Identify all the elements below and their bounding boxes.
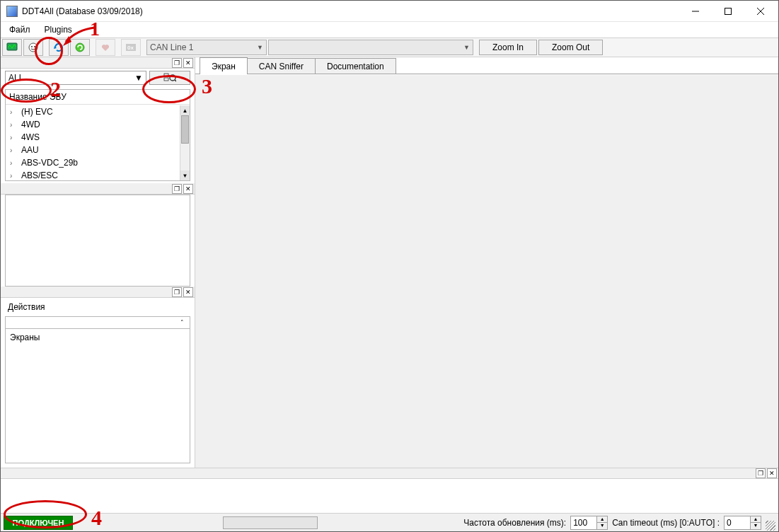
spin-up-icon[interactable]: ▲: [597, 516, 607, 523]
ecu-tree[interactable]: ›(H) EVC ›4WD ›4WS ›AAU ›ABS-VDC_29b ›AB…: [6, 105, 180, 180]
tab-sniffer[interactable]: CAN Sniffer: [247, 58, 316, 74]
svg-point-6: [31, 46, 33, 47]
svg-point-9: [76, 43, 84, 52]
can-line-value: CAN Line 1: [150, 42, 193, 52]
scrollbar[interactable]: ▲ ▼: [180, 105, 190, 180]
can-timeout-spinner[interactable]: ▲▼: [724, 516, 761, 530]
dropdown-arrow-icon: ▼: [463, 44, 470, 51]
zoom-out-button[interactable]: Zoom Out: [538, 40, 603, 55]
left-sidebar: ❐ ✕ ALL▼ Название ЭБУ ›(H) EVC ›4WD ›4WS…: [1, 57, 195, 468]
screens-label: Экраны: [10, 332, 40, 342]
menu-plugins[interactable]: Plugins: [39, 23, 78, 36]
spin-down-icon[interactable]: ▼: [751, 523, 761, 529]
workspace: ❐ ✕ ALL▼ Название ЭБУ ›(H) EVC ›4WD ›4WS…: [1, 57, 778, 468]
app-icon: [6, 6, 18, 17]
monitor-icon[interactable]: [2, 39, 22, 56]
progress-bar: [223, 516, 318, 529]
minimize-button[interactable]: [679, 1, 712, 22]
filter-row: ALL▼: [1, 69, 195, 87]
dock-close-icon[interactable]: ✕: [183, 287, 193, 297]
actions-panel: Действия ˄ Экраны: [1, 298, 195, 468]
chevron-right-icon: ›: [10, 159, 17, 167]
tree-item[interactable]: ›(H) EVC: [6, 105, 180, 118]
dock-close-icon[interactable]: ✕: [183, 184, 193, 194]
chevron-right-icon: ›: [10, 121, 17, 129]
tree-item[interactable]: ›ABS/ESC: [6, 169, 180, 180]
connect-icon[interactable]: [70, 39, 90, 56]
connected-button[interactable]: ПОДКЛЮЧЕН: [4, 516, 73, 530]
scan-button[interactable]: [149, 71, 190, 85]
secondary-select[interactable]: ▼: [268, 40, 473, 55]
svg-line-15: [175, 80, 176, 81]
actions-header: Действия: [1, 298, 195, 316]
bottom-dock-controls: ❐ ✕: [1, 468, 778, 479]
can-timeout-input[interactable]: [725, 518, 750, 528]
svg-text:0x: 0x: [127, 45, 134, 51]
spin-up-icon[interactable]: ▲: [751, 516, 761, 523]
dock-close-icon[interactable]: ✕: [767, 468, 777, 478]
hex-icon: 0x: [121, 39, 141, 56]
dropdown-arrow-icon: ▼: [134, 73, 143, 83]
scroll-down-icon[interactable]: ▼: [180, 170, 190, 180]
titlebar: DDT4All (Database 03/09/2018): [1, 1, 778, 22]
ecu-tree-header: Название ЭБУ: [6, 90, 190, 105]
chevron-right-icon: ›: [10, 146, 17, 154]
svg-point-14: [170, 75, 175, 81]
refresh-icon[interactable]: [49, 39, 69, 56]
detail-panel: [5, 195, 190, 287]
svg-rect-13: [164, 78, 168, 81]
dock-controls: ❐ ✕: [1, 287, 195, 298]
chevron-up-icon: ˄: [180, 319, 184, 326]
chevron-right-icon: ›: [10, 172, 17, 180]
refresh-rate-input[interactable]: [571, 518, 596, 528]
refresh-rate-spinner[interactable]: ▲▼: [570, 516, 608, 530]
window-title: DDT4All (Database 03/09/2018): [22, 6, 679, 16]
tab-screen[interactable]: Экран: [200, 57, 248, 74]
menu-file[interactable]: Файл: [4, 23, 36, 36]
main-content: [195, 74, 778, 468]
actions-collapse-bar[interactable]: ˄: [5, 316, 190, 329]
maximize-button[interactable]: [712, 1, 744, 22]
app-window: DDT4All (Database 03/09/2018) Файл Plugi…: [0, 0, 779, 532]
scroll-thumb[interactable]: [181, 115, 189, 144]
close-button[interactable]: [744, 1, 777, 22]
can-line-select[interactable]: CAN Line 1▼: [146, 40, 267, 55]
scroll-up-icon[interactable]: ▲: [180, 105, 190, 115]
filter-select[interactable]: ALL▼: [5, 71, 146, 85]
main-area: Экран CAN Sniffer Documentation: [195, 57, 778, 468]
svg-point-5: [29, 43, 37, 52]
dock-controls: ❐ ✕: [1, 183, 195, 195]
dock-close-icon[interactable]: ✕: [183, 58, 193, 68]
dock-float-icon[interactable]: ❐: [172, 58, 182, 68]
svg-rect-1: [725, 8, 732, 14]
toolbar: 0x CAN Line 1▼ ▼ Zoom In Zoom Out: [1, 37, 778, 57]
ecu-tree-panel: Название ЭБУ ›(H) EVC ›4WD ›4WS ›AAU ›AB…: [5, 89, 190, 181]
expert-icon[interactable]: [23, 39, 43, 56]
tree-item[interactable]: ›AAU: [6, 144, 180, 156]
status-bar: ПОДКЛЮЧЕН Частота обновления (ms): ▲▼ Ca…: [1, 513, 778, 531]
svg-point-7: [34, 46, 35, 47]
tree-item[interactable]: ›4WD: [6, 118, 180, 131]
log-area: [1, 479, 778, 513]
tab-documentation[interactable]: Documentation: [315, 58, 396, 74]
can-timeout-label: Can timeout (ms) [0:AUTO] :: [612, 518, 720, 528]
chevron-right-icon: ›: [10, 108, 17, 116]
zoom-in-button[interactable]: Zoom In: [479, 40, 537, 55]
dock-controls: ❐ ✕: [1, 57, 195, 69]
svg-rect-12: [164, 74, 168, 76]
tree-item[interactable]: ›ABS-VDC_29b: [6, 156, 180, 169]
heart-icon: [96, 39, 115, 56]
dropdown-arrow-icon: ▼: [257, 44, 263, 51]
dock-float-icon[interactable]: ❐: [172, 184, 182, 194]
actions-box: ˄ Экраны: [5, 316, 190, 463]
dock-float-icon[interactable]: ❐: [172, 287, 182, 297]
refresh-rate-label: Частота обновления (ms):: [463, 518, 566, 528]
tab-bar: Экран CAN Sniffer Documentation: [195, 57, 778, 74]
resize-grip-icon[interactable]: [766, 521, 775, 531]
tree-item[interactable]: ›4WS: [6, 131, 180, 144]
dock-float-icon[interactable]: ❐: [756, 468, 766, 478]
chevron-right-icon: ›: [10, 134, 17, 141]
spin-down-icon[interactable]: ▼: [597, 523, 607, 529]
menubar: Файл Plugins: [1, 22, 778, 37]
